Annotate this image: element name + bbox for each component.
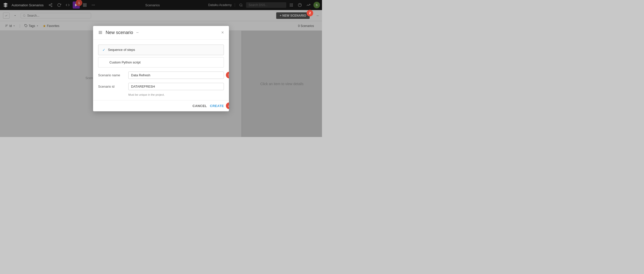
modal-list-icon	[98, 30, 103, 35]
type-sequence-label: Sequence of steps	[108, 48, 135, 52]
step4-badge: 4	[226, 102, 229, 109]
modal-footer: CANCEL CREATE 4	[93, 100, 229, 111]
scenario-id-hint: Must be unique in the project.	[128, 93, 224, 96]
new-scenario-modal: New scenario − × ✓ Sequence of steps Cus…	[93, 26, 229, 111]
modal-close-button[interactable]: ×	[221, 30, 224, 35]
step2-badge: 2	[307, 10, 313, 16]
cancel-button[interactable]: CANCEL	[192, 104, 207, 108]
scenario-id-input[interactable]	[128, 83, 224, 90]
scenario-name-input[interactable]	[128, 72, 224, 79]
scenario-name-row: Scenario name 3	[98, 72, 224, 79]
modal-header: New scenario − ×	[93, 26, 229, 40]
modal-overlay: New scenario − × ✓ Sequence of steps Cus…	[0, 0, 322, 137]
type-python-option[interactable]: Custom Python script	[98, 57, 224, 67]
type-python-label: Custom Python script	[109, 60, 141, 64]
modal-body: ✓ Sequence of steps Custom Python script…	[93, 40, 229, 100]
scenario-id-label: Scenario id	[98, 85, 128, 88]
scenario-name-label: Scenario name	[98, 73, 128, 77]
modal-minimize-button[interactable]: −	[136, 30, 139, 35]
modal-title: New scenario	[106, 30, 133, 35]
check-icon: ✓	[102, 48, 105, 52]
create-button[interactable]: CREATE	[210, 104, 224, 108]
step3-badge: 3	[226, 72, 229, 78]
scenario-id-row: Scenario id	[98, 83, 224, 90]
type-sequence-option[interactable]: ✓ Sequence of steps	[98, 45, 224, 55]
